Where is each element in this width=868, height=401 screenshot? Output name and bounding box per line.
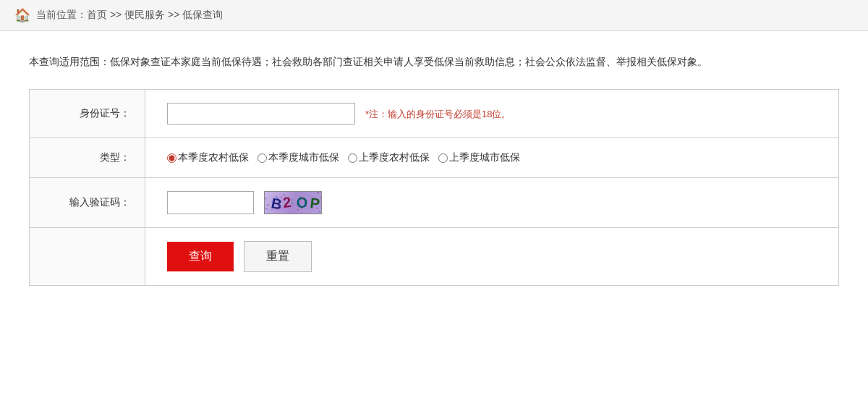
- radio-label-last-urban[interactable]: 上季度城市低保: [438, 151, 520, 164]
- home-icon: 🏠: [14, 7, 30, 23]
- radio-current-rural[interactable]: [167, 153, 176, 163]
- breadcrumb-text: 当前位置：首页 >> 便民服务 >> 低保查询: [36, 9, 223, 22]
- radio-label-last-rural[interactable]: 上季度农村低保: [348, 151, 430, 164]
- breadcrumb-bar: 🏠 当前位置：首页 >> 便民服务 >> 低保查询: [0, 0, 868, 31]
- id-field: *注：输入的身份证号必须是18位。: [145, 90, 839, 138]
- radio-last-urban-label: 上季度城市低保: [449, 151, 520, 164]
- captcha-canvas: [265, 192, 322, 214]
- button-field: 查询 重置: [145, 228, 839, 286]
- type-label: 类型：: [30, 138, 145, 178]
- query-form: 身份证号： *注：输入的身份证号必须是18位。 类型： 本季度农村低保 本季度城…: [29, 89, 839, 286]
- captcha-label: 输入验证码：: [30, 178, 145, 228]
- radio-label-current-urban[interactable]: 本季度城市低保: [258, 151, 339, 164]
- radio-current-rural-label: 本季度农村低保: [178, 151, 249, 164]
- radio-current-urban[interactable]: [258, 153, 267, 163]
- id-note: *注：输入的身份证号必须是18位。: [365, 109, 511, 119]
- captcha-field: [145, 178, 839, 228]
- radio-last-rural-label: 上季度农村低保: [359, 151, 430, 164]
- reset-button[interactable]: 重置: [244, 241, 312, 272]
- type-row: 类型： 本季度农村低保 本季度城市低保 上季度农村低保: [30, 138, 839, 178]
- button-spacer: [30, 228, 145, 286]
- id-input[interactable]: [167, 103, 355, 124]
- id-row: 身份证号： *注：输入的身份证号必须是18位。: [30, 90, 839, 138]
- main-content: 本查询适用范围：低保对象查证本家庭当前低保待遇；社会救助各部门查证相关申请人享受…: [0, 31, 868, 308]
- id-label: 身份证号：: [30, 90, 145, 138]
- description-text: 本查询适用范围：低保对象查证本家庭当前低保待遇；社会救助各部门查证相关申请人享受…: [29, 53, 839, 71]
- captcha-image[interactable]: [264, 191, 322, 214]
- captcha-input[interactable]: [167, 191, 254, 214]
- captcha-row: 输入验证码：: [30, 178, 839, 228]
- button-row: 查询 重置: [30, 228, 839, 286]
- radio-last-urban[interactable]: [438, 153, 448, 163]
- radio-label-current-rural[interactable]: 本季度农村低保: [167, 151, 249, 164]
- radio-last-rural[interactable]: [348, 153, 357, 163]
- type-field: 本季度农村低保 本季度城市低保 上季度农村低保 上季度城市低保: [145, 138, 839, 178]
- query-button[interactable]: 查询: [167, 242, 234, 271]
- radio-current-urban-label: 本季度城市低保: [268, 151, 339, 164]
- radio-group: 本季度农村低保 本季度城市低保 上季度农村低保 上季度城市低保: [167, 151, 824, 164]
